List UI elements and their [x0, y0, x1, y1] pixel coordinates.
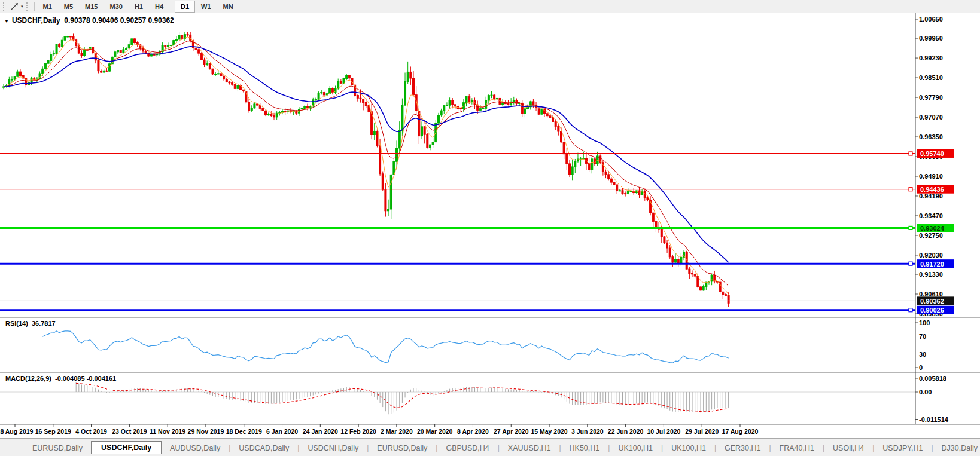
ohlc-values: 0.90378 0.90406 0.90257 0.90362 [64, 16, 174, 25]
date-tick-label: 20 Mar 2020 [417, 428, 453, 435]
date-tick-label: 4 Oct 2019 [75, 428, 107, 435]
date-tick-label: 2 Mar 2020 [381, 428, 413, 435]
line-handle[interactable] [909, 262, 912, 265]
symbol-tab-eurusd-5[interactable]: EURUSD,Daily [369, 442, 436, 454]
moving-average-5 [4, 37, 729, 295]
toolbar-grip2[interactable] [26, 2, 29, 11]
price-tick-label: 0.97790 [919, 94, 943, 101]
symbol-tab-bar: EURUSD,DailyUSDCHF,DailyAUDUSD,Daily|USD… [0, 438, 980, 456]
date-tick-label: 18 Dec 2019 [226, 428, 262, 435]
date-tick-label: 29 Nov 2019 [188, 428, 224, 435]
moving-average-30 [4, 47, 729, 262]
svg-text:0.91720: 0.91720 [920, 261, 944, 268]
symbol-tab-audusd-2[interactable]: AUDUSD,Daily [162, 442, 229, 454]
date-tick-label: 6 Jan 2020 [266, 428, 298, 435]
toolbar-separator [242, 2, 242, 11]
rsi-axis-label: 70 [919, 333, 926, 340]
symbol-tab-usoil-13[interactable]: USOil,H4 [824, 442, 872, 454]
svg-text:0.90362: 0.90362 [920, 298, 944, 305]
symbol-tab-usdcad-3[interactable]: USDCAD,Daily [230, 442, 297, 454]
price-tick-label: 0.96350 [919, 133, 943, 140]
symbol-tab-usdcnh-4[interactable]: USDCNH,Daily [299, 442, 367, 454]
price-tick-label: 0.99950 [919, 35, 943, 42]
date-tick-label: 29 Jul 2020 [685, 428, 719, 435]
trendline-cursor-icon [10, 2, 20, 11]
line-handle[interactable] [909, 226, 912, 229]
date-tick-label: 17 Aug 2020 [722, 428, 759, 435]
timeframe-button-m5[interactable]: M5 [58, 1, 79, 13]
price-tick-label: 0.93470 [919, 212, 943, 219]
symbol-tab-uk100-10[interactable]: UK100,H1 [663, 442, 714, 454]
price-tick-label: 0.98510 [919, 74, 943, 81]
dropdown-caret-icon[interactable]: ▾ [21, 4, 23, 9]
toolbar-separator [172, 2, 172, 11]
symbol-tab-ger30-11[interactable]: GER30,H1 [716, 442, 769, 454]
line-handle[interactable] [909, 308, 912, 312]
line-handle[interactable] [909, 152, 912, 155]
timeframe-button-m15[interactable]: M15 [79, 1, 104, 13]
toolbar-grip[interactable] [3, 2, 6, 11]
draw-tool-button[interactable]: ▾ [8, 1, 25, 12]
top-toolbar: ▾ M1M5M15M30H1H4D1W1MN [0, 0, 980, 13]
date-tick-label: 12 Feb 2020 [340, 428, 376, 435]
price-tick-label: 0.94190 [919, 192, 943, 200]
price-tick-label: 0.92030 [919, 252, 943, 259]
symbol-tab-xauusd-7[interactable]: XAUUSD,H1 [500, 442, 559, 454]
price-tick-label: 0.94910 [919, 173, 943, 180]
rsi-axis-label: 100 [919, 319, 930, 326]
chart-area[interactable]: 1.006500.999500.992300.985100.977900.970… [0, 13, 980, 438]
timeframe-button-w1[interactable]: W1 [195, 1, 217, 13]
svg-text:0.93024: 0.93024 [920, 225, 945, 232]
rsi-axis-label: 30 [919, 351, 926, 358]
date-tick-label: 3 Jun 2020 [571, 428, 604, 435]
macd-indicator-name: MACD(12,26,9) [5, 375, 51, 382]
date-tick-label: 23 Oct 2019 [112, 428, 147, 435]
timeframe-button-h1[interactable]: H1 [129, 1, 149, 13]
toolbar-separator [34, 2, 35, 11]
macd-pane-label: MACD(12,26,9)-0.004085 -0.004161 [5, 375, 116, 382]
macd-axis-label: -0.011514 [919, 416, 949, 423]
date-tick-label: 22 Jun 2020 [608, 428, 644, 435]
date-tick-label: 15 May 2020 [531, 428, 567, 435]
symbol-tab-dj30-15[interactable]: DJ30,Daily [933, 442, 980, 454]
date-tick-label: 8 Apr 2020 [457, 428, 489, 435]
date-tick-label: 10 Jul 2020 [647, 428, 680, 435]
symbol-tab-fra40-12[interactable]: FRA40,H1 [771, 442, 823, 454]
price-tick-label: 1.00650 [919, 16, 943, 23]
timeframe-button-h4[interactable]: H4 [149, 1, 169, 13]
svg-text:0.94436: 0.94436 [920, 186, 944, 193]
macd-axis-label: 0.005818 [919, 375, 946, 382]
line-handle[interactable] [909, 188, 912, 191]
date-tick-label: 11 Nov 2019 [150, 428, 185, 435]
date-tick-label: 16 Sep 2019 [35, 428, 71, 435]
price-tick-label: 0.97070 [919, 114, 943, 121]
moving-average-12 [4, 41, 729, 286]
price-tick-label: 0.91330 [919, 271, 943, 278]
chart-canvas[interactable]: 1.006500.999500.992300.985100.977900.970… [0, 13, 980, 438]
symbol-tab-usdjpy-14[interactable]: USDJPY,H1 [874, 442, 931, 454]
symbol-tab-uk100-9[interactable]: UK100,H1 [610, 442, 661, 454]
symbol-tab-hk50-8[interactable]: HK50,H1 [561, 442, 608, 454]
timeframe-button-mn[interactable]: MN [217, 1, 239, 13]
timeframe-button-d1[interactable]: D1 [175, 1, 195, 13]
rsi-pane-label: RSI(14)36.7817 [5, 320, 56, 327]
svg-text:0.95740: 0.95740 [920, 150, 944, 157]
price-tick-label: 0.92750 [919, 232, 943, 239]
rsi-indicator-name: RSI(14) [5, 320, 28, 327]
collapse-indicator-icon[interactable]: ▼ [4, 19, 9, 24]
macd-values: -0.004085 -0.004161 [55, 375, 116, 382]
date-tick-label: 28 Aug 2019 [0, 428, 34, 435]
symbol-tab-usdchf-1[interactable]: USDCHF,Daily [91, 441, 162, 454]
rsi-axis-label: 0 [919, 364, 923, 371]
symbol-tab-eurusd-0[interactable]: EURUSD,Daily [24, 442, 91, 454]
rsi-line [42, 331, 728, 363]
symbol-period-label: USDCHF,Daily [12, 16, 60, 25]
timeframe-button-m30[interactable]: M30 [104, 1, 128, 13]
date-tick-label: 27 Apr 2020 [494, 428, 529, 435]
price-tick-label: 0.90610 [919, 290, 943, 298]
symbol-tab-gbpusd-6[interactable]: GBPUSD,H4 [437, 442, 497, 454]
price-tick-label: 0.99230 [919, 54, 943, 62]
timeframe-button-m1[interactable]: M1 [37, 1, 58, 13]
macd-axis-label: 0.00 [919, 388, 932, 396]
timeframe-button-group: M1M5M15M30H1H4D1W1MN [37, 1, 245, 13]
